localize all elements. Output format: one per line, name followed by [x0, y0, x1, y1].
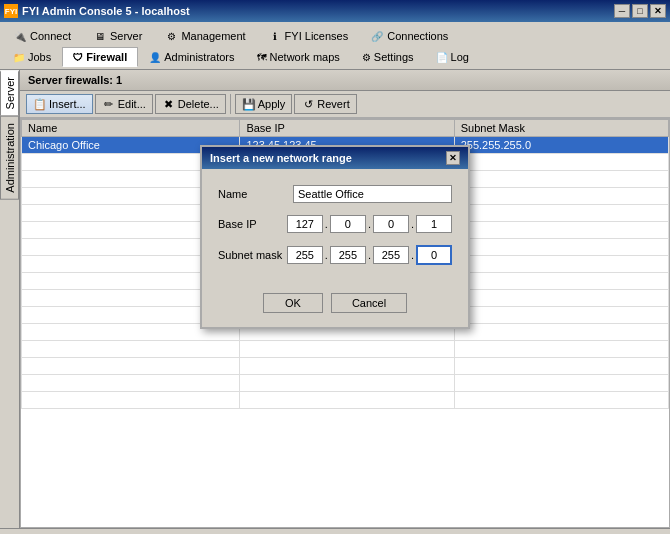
- ip-dot-1: .: [323, 218, 330, 230]
- subnet-d[interactable]: [416, 245, 452, 265]
- name-row: Name: [218, 185, 452, 203]
- base-ip-a[interactable]: [287, 215, 323, 233]
- name-label: Name: [218, 188, 293, 200]
- modal-dialog: Insert a new network range ✕ Name Base I…: [200, 145, 470, 329]
- modal-title-bar: Insert a new network range ✕: [202, 147, 468, 169]
- ip-dot-3: .: [409, 218, 416, 230]
- base-ip-label: Base IP: [218, 218, 287, 230]
- subnet-row: Subnet mask . . .: [218, 245, 452, 265]
- subnet-group: . . .: [287, 245, 452, 265]
- subnet-c[interactable]: [373, 246, 409, 264]
- modal-footer: OK Cancel: [202, 289, 468, 327]
- subnet-label: Subnet mask: [218, 249, 287, 261]
- subnet-dot-2: .: [366, 249, 373, 261]
- ip-dot-2: .: [366, 218, 373, 230]
- cancel-button[interactable]: Cancel: [331, 293, 407, 313]
- base-ip-group: . . .: [287, 215, 452, 233]
- subnet-dot-3: .: [409, 249, 416, 261]
- modal-body: Name Base IP . . . Subnet mask: [202, 169, 468, 289]
- ok-button[interactable]: OK: [263, 293, 323, 313]
- base-ip-d[interactable]: [416, 215, 452, 233]
- modal-close-button[interactable]: ✕: [446, 151, 460, 165]
- name-input[interactable]: [293, 185, 452, 203]
- subnet-dot-1: .: [323, 249, 330, 261]
- subnet-a[interactable]: [287, 246, 323, 264]
- modal-overlay: Insert a new network range ✕ Name Base I…: [0, 0, 670, 534]
- base-ip-b[interactable]: [330, 215, 366, 233]
- base-ip-c[interactable]: [373, 215, 409, 233]
- modal-title-text: Insert a new network range: [210, 152, 352, 164]
- base-ip-row: Base IP . . .: [218, 215, 452, 233]
- subnet-b[interactable]: [330, 246, 366, 264]
